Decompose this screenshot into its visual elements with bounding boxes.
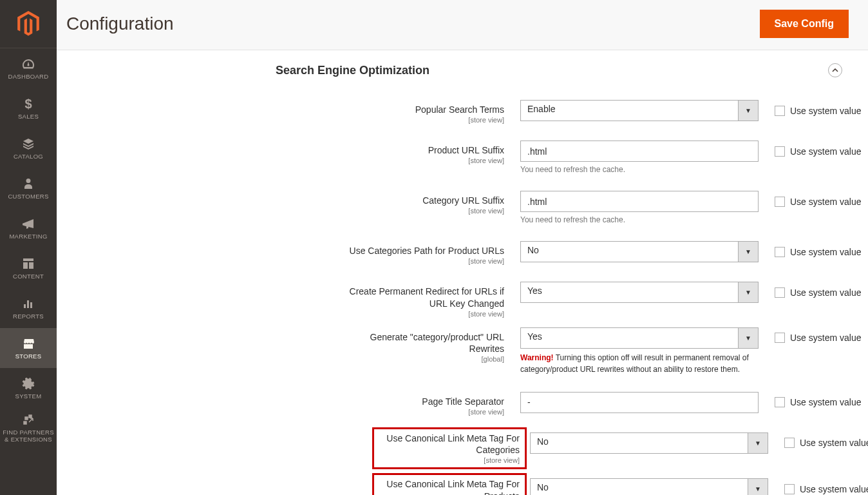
- field-scope: [store view]: [343, 157, 504, 164]
- highlighted-label-box: Use Canonical Link Meta Tag For Categori…: [372, 427, 527, 469]
- section-title: Search Engine Optimization: [276, 64, 429, 77]
- field-scope: [store view]: [377, 456, 520, 464]
- sidebar-item-label: CATALOG: [14, 153, 43, 160]
- highlighted-label-box: Use Canonical Link Meta Tag For Products…: [372, 473, 527, 495]
- use-system-value-checkbox[interactable]: [775, 397, 785, 407]
- canonical-categories-select[interactable]: No ▼: [530, 432, 768, 454]
- dashboard-icon: [21, 57, 35, 71]
- sidebar-item-reports[interactable]: REPORTS: [0, 288, 57, 328]
- cache-refresh-note: You need to refresh the cache.: [520, 215, 759, 224]
- field-canonical-categories: Use Canonical Link Meta Tag For Categori…: [66, 427, 849, 469]
- field-categories-path: Use Categories Path for Product URLs [st…: [66, 241, 849, 265]
- use-system-value-label[interactable]: Use system value: [790, 197, 861, 207]
- product-url-suffix-input[interactable]: [520, 141, 759, 162]
- sidebar-item-sales[interactable]: $ SALES: [0, 88, 57, 128]
- cache-refresh-note: You need to refresh the cache.: [520, 165, 759, 174]
- category-url-suffix-input[interactable]: [520, 191, 759, 212]
- field-label: Generate "category/product" URL Rewrites: [370, 332, 504, 354]
- system-icon: [22, 376, 35, 391]
- field-page-title-separator: Page Title Separator [store view] Use sy…: [66, 392, 849, 416]
- sidebar-item-stores[interactable]: STORES: [0, 328, 57, 368]
- magento-logo-icon: [17, 11, 40, 37]
- sidebar-item-customers[interactable]: CUSTOMERS: [0, 168, 57, 208]
- permanent-redirect-select[interactable]: Yes ▼: [520, 282, 759, 303]
- sidebar-item-label: MARKETING: [9, 233, 47, 240]
- sidebar-item-label: CUSTOMERS: [8, 193, 48, 200]
- sidebar-item-content[interactable]: CONTENT: [0, 248, 57, 288]
- reports-icon: [23, 296, 34, 311]
- use-system-value-label[interactable]: Use system value: [790, 247, 861, 257]
- field-scope: [store view]: [343, 310, 504, 318]
- catalog-icon: [22, 137, 35, 151]
- sidebar-item-dashboard[interactable]: DASHBOARD: [0, 48, 57, 88]
- field-label: Create Permanent Redirect for URLs if UR…: [350, 286, 504, 308]
- sidebar-item-label: STORES: [15, 353, 42, 360]
- generate-rewrites-select[interactable]: Yes ▼: [520, 327, 759, 349]
- use-system-value-label[interactable]: Use system value: [790, 333, 861, 343]
- page-title-separator-input[interactable]: [520, 392, 759, 413]
- field-label: Use Canonical Link Meta Tag For Categori…: [386, 433, 520, 455]
- categories-path-select[interactable]: No ▼: [520, 241, 759, 262]
- field-category-url-suffix: Category URL Suffix [store view] You nee…: [66, 191, 849, 224]
- save-config-button[interactable]: Save Config: [760, 10, 849, 38]
- use-system-value-checkbox[interactable]: [775, 247, 785, 257]
- field-popular-search-terms: Popular Search Terms [store view] Enable…: [66, 100, 849, 124]
- sidebar-item-label: CONTENT: [13, 273, 44, 280]
- field-label: Product URL Suffix: [428, 145, 504, 155]
- sidebar-item-system[interactable]: SYSTEM: [0, 368, 57, 408]
- field-scope: [store view]: [343, 207, 504, 215]
- use-system-value-label[interactable]: Use system value: [790, 146, 861, 157]
- use-system-value-checkbox[interactable]: [775, 287, 785, 298]
- field-scope: [store view]: [343, 257, 504, 265]
- partners-icon: [22, 413, 35, 427]
- sidebar-item-label: DASHBOARD: [8, 73, 49, 80]
- sidebar-item-partners[interactable]: FIND PARTNERS & EXTENSIONS: [0, 408, 57, 448]
- field-canonical-products: Use Canonical Link Meta Tag For Products…: [66, 473, 849, 495]
- field-label: Use Canonical Link Meta Tag For Products: [386, 479, 520, 495]
- field-scope: [store view]: [343, 408, 504, 416]
- svg-text:$: $: [24, 97, 32, 111]
- page-header: Configuration Save Config: [57, 0, 868, 50]
- field-label: Page Title Separator: [422, 396, 504, 407]
- magento-logo[interactable]: [0, 0, 57, 48]
- seo-fields: Popular Search Terms [store view] Enable…: [66, 100, 849, 495]
- use-system-value-checkbox[interactable]: [775, 146, 785, 157]
- use-system-value-label[interactable]: Use system value: [790, 397, 861, 407]
- section-header-row: Search Engine Optimization: [66, 63, 849, 84]
- use-system-value-label[interactable]: Use system value: [800, 438, 868, 448]
- sidebar-item-label: REPORTS: [13, 313, 44, 320]
- use-system-value-checkbox[interactable]: [784, 484, 795, 494]
- sidebar-item-marketing[interactable]: MARKETING: [0, 208, 57, 248]
- use-system-value-label[interactable]: Use system value: [790, 287, 861, 298]
- field-scope: [store view]: [343, 116, 504, 124]
- stores-icon: [22, 336, 35, 351]
- use-system-value-checkbox[interactable]: [775, 333, 785, 343]
- use-system-value-checkbox[interactable]: [775, 106, 785, 116]
- main-content: Configuration Save Config Search Engine …: [57, 0, 868, 495]
- field-label: Use Categories Path for Product URLs: [350, 246, 504, 256]
- sidebar-item-label: FIND PARTNERS & EXTENSIONS: [1, 429, 55, 443]
- field-product-url-suffix: Product URL Suffix [store view] You need…: [66, 141, 849, 174]
- sidebar-item-label: SYSTEM: [15, 393, 42, 400]
- sales-icon: $: [24, 97, 33, 111]
- rewrites-warning-note: Warning! Turning this option off will re…: [520, 352, 759, 375]
- popular-search-terms-select[interactable]: Enable ▼: [520, 100, 759, 121]
- use-system-value-label[interactable]: Use system value: [800, 484, 868, 494]
- field-label: Category URL Suffix: [422, 195, 504, 206]
- field-label: Popular Search Terms: [415, 104, 504, 115]
- field-permanent-redirect: Create Permanent Redirect for URLs if UR…: [66, 282, 849, 317]
- page-title: Configuration: [66, 14, 174, 34]
- sidebar-item-catalog[interactable]: CATALOG: [0, 128, 57, 168]
- use-system-value-checkbox[interactable]: [775, 197, 785, 207]
- field-generate-rewrites: Generate "category/product" URL Rewrites…: [66, 327, 849, 375]
- use-system-value-checkbox[interactable]: [784, 438, 795, 448]
- marketing-icon: [22, 217, 35, 231]
- sidebar-item-label: SALES: [18, 113, 39, 120]
- collapse-toggle-icon[interactable]: [828, 63, 842, 77]
- customers-icon: [23, 177, 33, 191]
- use-system-value-label[interactable]: Use system value: [790, 106, 861, 116]
- canonical-products-select[interactable]: No ▼: [530, 478, 768, 495]
- admin-sidebar: DASHBOARD $ SALES CATALOG CUSTOMERS MARK…: [0, 0, 57, 495]
- configuration-form: Search Engine Optimization Popular Searc…: [57, 50, 868, 495]
- field-scope: [global]: [343, 355, 504, 363]
